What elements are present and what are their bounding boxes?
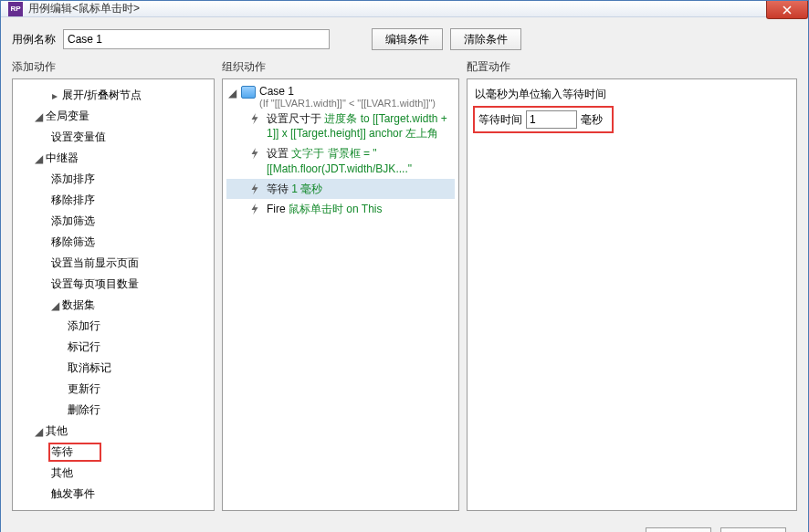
case-actions-panel: ◢ Case 1 (If "[[LVAR1.width]]" < "[[LVAR…: [222, 78, 459, 511]
tree-item[interactable]: 设置变量值: [15, 127, 212, 148]
tree-item[interactable]: 移除排序: [15, 190, 212, 211]
configure-action-header: 配置动作: [467, 59, 797, 75]
action-item[interactable]: Fire 鼠标单击时 on This: [226, 199, 455, 219]
wait-time-row: 等待时间 毫秒: [475, 108, 612, 131]
case-name-label: 用例名称: [12, 32, 56, 47]
window-title: 用例编辑<鼠标单击时>: [28, 1, 140, 16]
chevron-down-icon[interactable]: ◢: [33, 152, 44, 165]
bolt-icon: [248, 203, 261, 215]
organize-action-header: 组织动作: [222, 59, 459, 75]
tree-item[interactable]: 添加排序: [15, 169, 212, 190]
case-name-text: Case 1: [259, 85, 455, 98]
chevron-right-icon[interactable]: ▸: [49, 89, 60, 102]
dialog-window: RP 用例编辑<鼠标单击时> 用例名称 编辑条件 清除条件 添加动作 ▸展开/折…: [0, 0, 809, 532]
tree-item[interactable]: ◢全局变量: [15, 106, 212, 127]
chevron-down-icon[interactable]: ◢: [228, 85, 237, 99]
case-tree: ◢ Case 1 (If "[[LVAR1.width]]" < "[[LVAR…: [226, 85, 455, 219]
wait-time-label: 等待时间: [478, 112, 522, 128]
titlebar: RP 用例编辑<鼠标单击时>: [1, 1, 808, 17]
action-tree-panel: ▸展开/折叠树节点 ◢全局变量 设置变量值 ◢中继器 添加排序 移除排序 添加筛…: [12, 78, 215, 511]
bolt-icon: [248, 112, 261, 125]
edit-condition-button[interactable]: 编辑条件: [372, 28, 443, 50]
tree-item[interactable]: 设置当前显示页面: [15, 253, 212, 274]
tree-item[interactable]: 取消标记: [15, 358, 212, 379]
config-description: 以毫秒为单位输入等待时间: [475, 87, 789, 102]
tree-item[interactable]: 移除筛选: [15, 232, 212, 253]
tree-item[interactable]: 其他: [15, 463, 212, 484]
tree-item[interactable]: 添加行: [15, 316, 212, 337]
chevron-down-icon[interactable]: ◢: [33, 110, 44, 123]
tree-item[interactable]: 设置每页项目数量: [15, 274, 212, 295]
tree-item[interactable]: 触发事件: [15, 484, 212, 505]
add-action-header: 添加动作: [12, 59, 215, 75]
close-icon: [782, 5, 793, 15]
clear-condition-button[interactable]: 清除条件: [450, 28, 521, 50]
chevron-down-icon[interactable]: ◢: [49, 299, 60, 312]
dialog-footer: 确定 取消: [12, 520, 797, 532]
bolt-icon: [248, 147, 261, 160]
bolt-icon: [248, 183, 261, 195]
case-node[interactable]: ◢ Case 1 (If "[[LVAR1.width]]" < "[[LVAR…: [226, 85, 455, 109]
config-panel: 以毫秒为单位输入等待时间 等待时间 毫秒: [467, 78, 797, 511]
configure-action-column: 配置动作 以毫秒为单位输入等待时间 等待时间 毫秒: [467, 59, 797, 511]
tree-item[interactable]: 标记行: [15, 337, 212, 358]
tree-item-wait[interactable]: 等待: [15, 442, 212, 463]
wait-time-unit: 毫秒: [581, 112, 603, 128]
tree-item[interactable]: ◢数据集: [15, 295, 212, 316]
action-item-wait[interactable]: 等待 1 毫秒: [226, 179, 455, 199]
add-action-column: 添加动作 ▸展开/折叠树节点 ◢全局变量 设置变量值 ◢中继器 添加排序 移除排…: [12, 59, 215, 511]
case-name-input[interactable]: [63, 29, 330, 49]
chevron-down-icon[interactable]: ◢: [33, 425, 44, 438]
tree-item[interactable]: 删除行: [15, 400, 212, 421]
ok-button[interactable]: 确定: [646, 527, 711, 532]
tree-item[interactable]: ◢中继器: [15, 148, 212, 169]
action-item[interactable]: 设置尺寸于 进度条 to [[Target.width + 1]] x [[Ta…: [226, 109, 455, 143]
cancel-button[interactable]: 取消: [720, 527, 786, 532]
app-icon: RP: [8, 2, 23, 16]
columns: 添加动作 ▸展开/折叠树节点 ◢全局变量 设置变量值 ◢中继器 添加排序 移除排…: [12, 59, 797, 511]
dialog-content: 用例名称 编辑条件 清除条件 添加动作 ▸展开/折叠树节点 ◢全局变量 设置变量…: [1, 17, 808, 532]
tree-item[interactable]: ▸展开/折叠树节点: [15, 85, 212, 106]
tree-item[interactable]: 更新行: [15, 379, 212, 400]
close-button[interactable]: [766, 1, 808, 19]
organize-action-column: 组织动作 ◢ Case 1 (If "[[LVAR1.width]]" < "[…: [222, 59, 459, 511]
case-name-row: 用例名称 编辑条件 清除条件: [12, 28, 797, 50]
tree-item[interactable]: 添加筛选: [15, 211, 212, 232]
action-tree: ▸展开/折叠树节点 ◢全局变量 设置变量值 ◢中继器 添加排序 移除排序 添加筛…: [15, 85, 212, 505]
case-condition-text: (If "[[LVAR1.width]]" < "[[LVAR1.width]]…: [259, 98, 455, 109]
wait-time-input[interactable]: [526, 110, 577, 129]
action-item[interactable]: 设置 文字于 背景框 = "[[Math.floor(JDT.width/BJK…: [226, 143, 455, 178]
case-icon: [241, 86, 256, 99]
tree-item[interactable]: ◢其他: [15, 421, 212, 442]
